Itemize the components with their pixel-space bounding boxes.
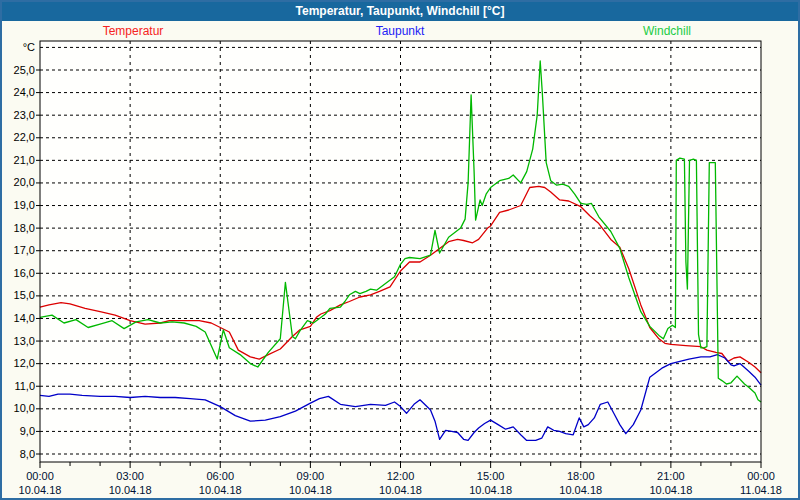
x-tick-date-label: 11.04.18 (726, 484, 796, 496)
x-tick-time-label: 18:00 (546, 470, 616, 482)
y-tick-label: 15,0 (0, 289, 35, 301)
legend-item-windchill: Windchill (534, 24, 800, 39)
y-tick-label: 22,0 (0, 131, 35, 143)
y-tick-label: 12,0 (0, 357, 35, 369)
y-tick-label: 18,0 (0, 222, 35, 234)
y-tick-label: 19,0 (0, 199, 35, 211)
x-tick-time-label: 00:00 (5, 470, 75, 482)
chart-canvas (0, 0, 800, 500)
legend-item-temperatur: Temperatur (0, 24, 266, 39)
y-tick-label: 25,0 (0, 64, 35, 76)
y-tick-label: 9,0 (0, 425, 35, 437)
y-axis-unit-label: °C (0, 41, 35, 53)
x-tick-time-label: 15:00 (456, 470, 526, 482)
y-tick-label: 20,0 (0, 176, 35, 188)
weather-chart-window: { "window": { "title": "Temperatur, Taup… (0, 0, 800, 500)
window-title: Temperatur, Taupunkt, Windchill [°C] (296, 4, 505, 18)
x-tick-time-label: 21:00 (636, 470, 706, 482)
x-tick-date-label: 10.04.18 (636, 484, 706, 496)
y-tick-label: 13,0 (0, 335, 35, 347)
y-tick-label: 21,0 (0, 154, 35, 166)
x-tick-time-label: 00:00 (726, 470, 796, 482)
window-title-bar: Temperatur, Taupunkt, Windchill [°C] (2, 2, 798, 21)
x-tick-time-label: 03:00 (95, 470, 165, 482)
x-tick-date-label: 10.04.18 (546, 484, 616, 496)
y-tick-label: 10,0 (0, 402, 35, 414)
y-tick-label: 23,0 (0, 109, 35, 121)
x-tick-date-label: 10.04.18 (95, 484, 165, 496)
x-tick-time-label: 06:00 (185, 470, 255, 482)
x-tick-date-label: 10.04.18 (456, 484, 526, 496)
x-tick-time-label: 12:00 (366, 470, 436, 482)
x-tick-time-label: 09:00 (275, 470, 345, 482)
x-tick-date-label: 10.04.18 (366, 484, 436, 496)
x-tick-date-label: 10.04.18 (5, 484, 75, 496)
y-tick-label: 17,0 (0, 244, 35, 256)
legend-item-taupunkt: Taupunkt (267, 24, 533, 39)
y-tick-label: 8,0 (0, 448, 35, 460)
y-tick-label: 16,0 (0, 267, 35, 279)
y-tick-label: 14,0 (0, 312, 35, 324)
y-tick-label: 24,0 (0, 86, 35, 98)
x-tick-date-label: 10.04.18 (185, 484, 255, 496)
y-tick-label: 11,0 (0, 380, 35, 392)
x-tick-date-label: 10.04.18 (275, 484, 345, 496)
